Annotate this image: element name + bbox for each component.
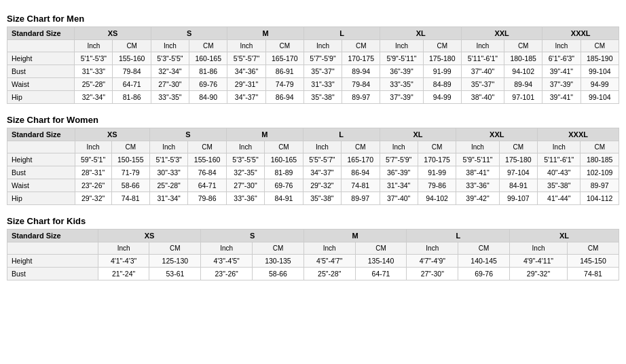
table-cell: 37"-40" [461,65,504,78]
table-cell: 59"-5'1" [75,153,111,166]
table-cell: 31"-34" [150,192,188,205]
table-cell: 35"-38" [303,91,342,104]
table-cell: 89-94 [342,65,380,78]
table-cell: 81-86 [113,91,151,104]
table-cell: 5'5"-5'7" [227,52,265,65]
women-standard-size-header: Standard Size [7,128,75,141]
table-cell: 81-86 [189,65,227,78]
women-header-row: Standard Size XS S M L XL XXL XXXL [7,128,619,141]
table-cell: 99-107 [499,192,538,205]
table-cell: 91-99 [418,166,456,179]
table-cell: 5'3"-5'5" [226,153,264,166]
kids-xs-cm: CM [149,242,201,255]
kids-section: Size Chart for Kids Standard Size XS S M… [7,216,619,280]
table-cell: 170-175 [418,153,456,166]
table-cell: 86-94 [265,91,303,104]
table-cell: 33"-35" [151,91,189,104]
table-cell: 34"-37" [303,166,341,179]
table-cell: 35"-38" [538,179,581,192]
table-cell: 180-185 [581,153,619,166]
table-cell: 160-165 [189,52,227,65]
women-xl-cm: CM [418,141,456,153]
men-m-inch: Inch [227,40,265,52]
row-label: Height [7,52,75,65]
women-xxxl-inch: Inch [538,141,581,153]
table-cell: 130-135 [252,255,303,268]
table-cell: 37"-39" [380,91,423,104]
men-l-cm: CM [342,40,380,52]
women-xs-cm: CM [111,141,150,153]
women-title: Size Chart for Women [7,115,619,125]
kids-tbody: Height4'1"-4'3"125-1304'3"-4'5"130-1354'… [7,255,619,280]
men-xxl-inch: Inch [461,40,504,52]
table-cell: 160-165 [265,153,303,166]
table-cell: 29"-32" [303,179,341,192]
kids-s-cm: CM [252,242,303,255]
table-cell: 94-102 [504,65,542,78]
men-s-cm: CM [189,40,227,52]
table-cell: 5'3"-5'5" [151,52,189,65]
women-xl-header: XL [380,128,456,141]
women-xl-inch: Inch [380,141,418,153]
women-xxl-cm: CM [499,141,538,153]
table-cell: 4'5"-4'7" [303,255,355,268]
table-cell: 145-150 [567,255,619,268]
kids-m-cm: CM [355,242,407,255]
table-cell: 33"-36" [226,192,264,205]
women-m-cm: CM [265,141,303,153]
table-cell: 5'11"-6'1" [538,153,581,166]
table-cell: 23"-26" [201,268,253,280]
table-cell: 165-170 [265,52,303,65]
kids-xs-inch: Inch [98,242,149,255]
table-cell: 76-84 [188,166,227,179]
kids-table: Standard Size XS S M L XL Inch CM Inch C… [7,229,619,280]
women-m-inch: Inch [226,141,264,153]
table-cell: 64-71 [113,78,151,91]
table-cell: 27"-30" [151,78,189,91]
men-s-inch: Inch [151,40,189,52]
women-tbody: Height59"-5'1"150-1555'1"-5'3"155-1605'3… [7,153,619,205]
table-cell: 35"-37" [303,65,342,78]
men-units-row: Inch CM Inch CM Inch CM Inch CM Inch CM … [7,40,619,52]
table-cell: 89-94 [504,78,542,91]
kids-xl-cm: CM [567,242,619,255]
table-cell: 58-66 [252,268,303,280]
table-cell: 25"-28" [75,78,113,91]
kids-title: Size Chart for Kids [7,216,619,226]
table-cell: 23"-26" [75,179,111,192]
table-cell: 27"-30" [226,179,264,192]
women-section: Size Chart for Women Standard Size XS S … [7,115,619,205]
table-cell: 84-91 [499,179,538,192]
table-cell: 5'7"-5'9" [303,52,342,65]
row-label: Waist [7,78,75,91]
table-cell: 99-104 [581,65,619,78]
table-cell: 104-112 [581,192,619,205]
table-cell: 25"-28" [303,268,355,280]
men-section: Size Chart for Men Standard Size XS S M … [7,14,619,104]
table-cell: 4'1"-4'3" [98,255,149,268]
table-cell: 140-145 [458,255,510,268]
table-cell: 94-99 [581,78,619,91]
table-cell: 155-160 [113,52,151,65]
table-cell: 91-99 [423,65,461,78]
table-row: Hip32"-34"81-8633"-35"84-9034"-37"86-943… [7,91,619,104]
table-cell: 170-175 [342,52,380,65]
table-cell: 21"-24" [98,268,149,280]
table-cell: 86-94 [341,166,380,179]
men-table: Standard Size XS S M L XL XXL XXXL Inch … [7,26,619,104]
table-cell: 40"-43" [538,166,581,179]
women-l-header: L [303,128,380,141]
men-l-header: L [303,27,380,40]
table-cell: 31"-34" [380,179,418,192]
men-standard-size-header: Standard Size [7,27,75,40]
table-row: Bust21"-24"53-6123"-26"58-6625"-28"64-71… [7,268,619,280]
men-s-header: S [151,27,227,40]
table-cell: 79-86 [418,179,456,192]
table-cell: 6'1"-6'3" [542,52,581,65]
men-xxxl-header: XXXL [542,27,619,40]
table-cell: 39"-41" [542,65,581,78]
table-cell: 165-170 [341,153,380,166]
table-cell: 33"-36" [456,179,499,192]
table-cell: 89-97 [581,179,619,192]
men-header-row: Standard Size XS S M L XL XXL XXXL [7,27,619,40]
